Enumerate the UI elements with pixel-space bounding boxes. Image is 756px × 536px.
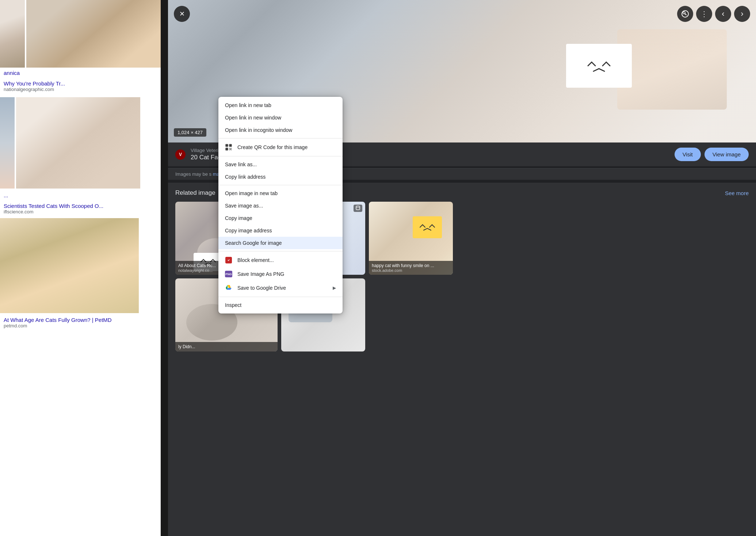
ctx-create-qr[interactable]: Create QR Code for this image (218, 140, 343, 154)
related-images-title: Related image (175, 189, 215, 197)
ctx-copy-image-address[interactable]: Copy image address (218, 224, 343, 237)
ctx-open-image-new-tab[interactable]: Open image in new tab (218, 187, 343, 199)
result-source-5: petmd.com (4, 323, 157, 328)
svg-rect-12 (231, 149, 232, 150)
ctx-copy-image-address-label: Copy image address (225, 228, 336, 233)
ctx-create-qr-label: Create QR Code for this image (237, 144, 336, 150)
close-button[interactable]: ✕ (174, 6, 190, 22)
boy-cat-image[interactable] (0, 97, 15, 189)
result-item-4: Scientists Tested Cats With Scooped O...… (0, 201, 161, 217)
submenu-arrow: ▶ (333, 285, 336, 290)
more-options-button[interactable]: ⋮ (696, 6, 712, 22)
context-menu: Open link in new tab Open link in new wi… (218, 97, 343, 313)
image-size-badge: 1,024 × 427 (174, 128, 206, 137)
ctx-search-google-label: Search Google for image (225, 240, 336, 246)
result-item-1: annica (0, 68, 161, 78)
svg-rect-8 (226, 148, 228, 150)
svg-rect-4 (226, 145, 228, 146)
prev-button[interactable]: ‹ (715, 6, 731, 22)
drive-icon (225, 284, 232, 292)
ctx-open-new-tab-label: Open link in new tab (225, 102, 336, 108)
prev-icon: ‹ (722, 9, 724, 19)
close-icon: ✕ (179, 10, 185, 18)
result-item-3: ... (0, 190, 161, 201)
ctx-save-drive-label: Save to Google Drive (237, 285, 328, 291)
see-more-link[interactable]: See more (725, 190, 749, 196)
result-title-5[interactable]: At What Age Are Cats Fully Grown? | PetM… (4, 317, 157, 323)
result-title-4[interactable]: Scientists Tested Cats With Scooped O... (4, 203, 157, 209)
next-button[interactable]: › (734, 6, 750, 22)
images-may-be-text: Images may be s (175, 171, 211, 177)
next-icon: › (741, 9, 743, 19)
ctx-save-image-as[interactable]: Save image as... (218, 199, 343, 212)
svg-rect-13 (230, 149, 231, 149)
shield-icon (225, 256, 232, 264)
svg-rect-11 (229, 149, 230, 150)
bottom-image-row (0, 218, 161, 313)
ctx-divider-1 (218, 138, 343, 138)
ctx-inspect-label: Inspect (225, 302, 336, 308)
more-icon: ⋮ (700, 10, 708, 18)
svg-rect-9 (229, 148, 230, 149)
ctx-save-png-label: Save Image As PNG (237, 271, 336, 277)
ctx-save-png[interactable]: PNG Save Image As PNG (218, 267, 343, 281)
visit-button[interactable]: Visit (675, 148, 701, 161)
ctx-save-image-as-label: Save image as... (225, 203, 336, 209)
ctx-save-drive[interactable]: Save to Google Drive ▶ (218, 281, 343, 295)
result-item-5: At What Age Are Cats Fully Grown? | PetM… (0, 315, 161, 331)
ctx-copy-image[interactable]: Copy image (218, 212, 343, 224)
related-caption-4: ly Didn... (175, 342, 278, 351)
ctx-save-link-as-label: Save link as... (225, 161, 336, 167)
result-title-2[interactable]: Why You're Probably Tr... (4, 80, 157, 87)
ctx-open-new-window-label: Open link in new window (225, 115, 336, 121)
svg-rect-6 (230, 145, 231, 146)
site-icon: V (175, 149, 186, 160)
cat-orange-image[interactable] (26, 0, 161, 68)
ctx-inspect[interactable]: Inspect (218, 299, 343, 311)
ctx-divider-5 (218, 297, 343, 297)
top-image-row (0, 0, 161, 68)
lens-button[interactable] (677, 6, 693, 22)
cat-siamese-image[interactable] (0, 0, 25, 68)
kitten-orange-image[interactable] (0, 218, 139, 313)
middle-image-row (0, 97, 161, 189)
action-buttons: Visit View image (675, 148, 749, 161)
ctx-open-incognito[interactable]: Open link in incognito window (218, 124, 343, 136)
png-icon: PNG (225, 270, 232, 278)
ctx-open-image-new-tab-label: Open image in new tab (225, 190, 336, 196)
result-source-2: nationalgeographic.com (4, 87, 157, 92)
ctx-open-incognito-label: Open link in incognito window (225, 127, 336, 133)
ctx-block-element[interactable]: Block element... (218, 253, 343, 267)
svg-rect-10 (231, 148, 232, 149)
result-item-2: Why You're Probably Tr... nationalgeogra… (0, 78, 161, 94)
related-image-3[interactable]: happy cat with funny smile on ... stock.… (369, 202, 453, 275)
ctx-divider-2 (218, 156, 343, 156)
tag-icon-2 (354, 205, 362, 212)
ctx-open-new-tab[interactable]: Open link in new tab (218, 99, 343, 111)
ctx-copy-image-label: Copy image (225, 215, 336, 221)
top-right-actions: ⋮ ‹ › (677, 6, 750, 22)
ctx-block-element-label: Block element... (237, 257, 336, 263)
ctx-search-google[interactable]: Search Google for image (218, 237, 343, 249)
view-image-button[interactable]: View image (705, 148, 749, 161)
ctx-copy-link[interactable]: Copy link address (218, 171, 343, 183)
ctx-open-new-window[interactable]: Open link in new window (218, 111, 343, 124)
result-source-4: iflscience.com (4, 209, 157, 214)
ctx-save-link-as[interactable]: Save link as... (218, 158, 343, 171)
kitten-yarn-image[interactable] (16, 97, 140, 189)
ctx-divider-4 (218, 251, 343, 251)
ctx-divider-3 (218, 185, 343, 185)
ctx-copy-link-label: Copy link address (225, 174, 336, 180)
left-search-results: annica Why You're Probably Tr... nationa… (0, 0, 161, 536)
result-title-3[interactable]: ... (4, 192, 157, 198)
qr-icon (225, 144, 232, 151)
svg-rect-2 (356, 206, 360, 210)
result-title-1[interactable]: annica (4, 70, 157, 76)
cat-smile-card (566, 44, 632, 88)
related-caption-3: happy cat with funny smile on ... stock.… (369, 261, 453, 275)
